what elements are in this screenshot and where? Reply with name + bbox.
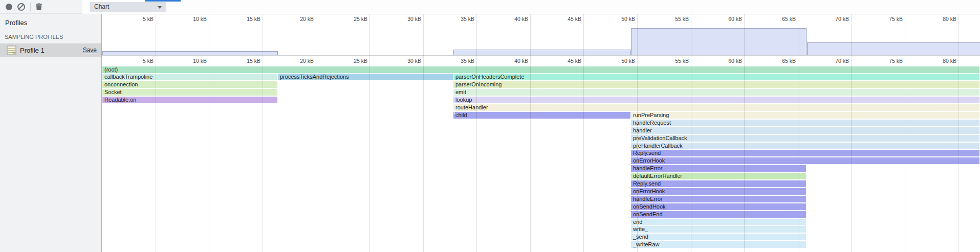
axis-tick-label: 80 kB — [943, 16, 956, 22]
axis-tick-label: 10 kB — [193, 58, 207, 64]
axis-tick-label: 5 kB — [143, 16, 154, 22]
overview-step — [102, 51, 278, 55]
flame-bar[interactable]: onErrorHook — [631, 188, 806, 195]
axis-tick-label: 55 kB — [675, 16, 689, 22]
axis-tick-label: 30 kB — [407, 16, 421, 22]
flame-bar[interactable]: defaultErrorHandler — [631, 173, 806, 179]
toolbar-divider — [30, 3, 31, 11]
flame-bar[interactable]: onErrorHook — [631, 157, 979, 164]
axis-tick-label: 70 kB — [835, 16, 849, 22]
flame-bar[interactable]: parserOnHeadersComplete — [453, 74, 979, 80]
profile-item[interactable]: % Profile 1 Save — [0, 43, 101, 57]
axis-tick-label: 5 kB — [143, 58, 154, 64]
flame-bar[interactable]: Reply.send — [631, 150, 979, 156]
profile-icon: % — [7, 45, 16, 55]
axis-tick-label: 70 kB — [835, 58, 849, 64]
chevron-down-icon — [158, 6, 162, 9]
axis-tick-label: 50 kB — [621, 58, 635, 64]
axis-tick-label: 35 kB — [461, 16, 474, 22]
axis-tick-label: 25 kB — [354, 58, 367, 64]
flame-bar[interactable]: Reply.send — [631, 180, 806, 187]
flame-bar[interactable]: (root) — [102, 66, 979, 73]
view-mode-select[interactable]: Chart — [90, 2, 166, 12]
flame-bar[interactable]: onconnection — [102, 81, 277, 88]
selected-tab-indicator — [145, 0, 181, 2]
flame-bar[interactable]: handleRequest — [631, 120, 979, 126]
clear-profiles-button[interactable] — [17, 3, 25, 11]
flame-bar[interactable]: handler — [631, 127, 979, 134]
axis-tick-label: 65 kB — [782, 16, 796, 22]
record-button[interactable] — [6, 4, 12, 10]
axis-tick-label: 60 kB — [728, 16, 742, 22]
axis-tick-label: 55 kB — [675, 58, 689, 64]
axis-tick-label: 15 kB — [247, 16, 260, 22]
axis-tick-label: 35 kB — [461, 58, 474, 64]
profiles-sidebar: Profiles SAMPLING PROFILES % Profile 1 S… — [0, 14, 101, 252]
axis-tick-label: 45 kB — [568, 16, 581, 22]
axis-tick-label: 75 kB — [889, 58, 903, 64]
axis-tick-label: 30 kB — [407, 58, 421, 64]
flame-bar[interactable]: emit — [453, 89, 979, 96]
axis-tick-label: 60 kB — [728, 58, 742, 64]
overview-step — [631, 28, 807, 55]
flame-bar[interactable]: onSendHook — [631, 203, 806, 210]
flame-bar[interactable]: preHandlerCallback — [631, 143, 979, 149]
flame-bar[interactable]: callbackTrampoline — [102, 74, 277, 80]
axis-tick-label: 25 kB — [354, 16, 367, 22]
save-link[interactable]: Save — [83, 47, 97, 54]
chart-pane: 5 kB10 kB15 kB20 kB25 kB30 kB35 kB40 kB4… — [101, 14, 980, 252]
flame-bar[interactable]: handleError — [631, 196, 806, 202]
flame-bar[interactable]: preValidationCallback — [631, 135, 979, 142]
view-mode-value: Chart — [94, 3, 109, 10]
flame-bar[interactable]: parserOnIncoming — [453, 81, 979, 88]
flame-chart: (root)callbackTrampolineprocessTicksAndR… — [102, 65, 980, 252]
overview-track[interactable] — [102, 24, 980, 55]
flame-bar[interactable]: onSendEnd — [631, 211, 806, 218]
overview-step — [453, 50, 631, 55]
profile-name: Profile 1 — [20, 47, 45, 54]
axis-tick-label: 20 kB — [300, 16, 314, 22]
overview-step — [807, 42, 980, 55]
chart-toolbar: Chart — [83, 0, 980, 14]
overview-ruler: 5 kB10 kB15 kB20 kB25 kB30 kB35 kB40 kB4… — [102, 14, 980, 24]
flame-bar[interactable]: processTicksAndRejections — [278, 74, 453, 80]
axis-tick-label: 40 kB — [514, 16, 528, 22]
flamechart-ruler: 5 kB10 kB15 kB20 kB25 kB30 kB35 kB40 kB4… — [102, 55, 980, 65]
flame-bar[interactable]: lookup — [453, 97, 979, 103]
profiles-title: Profiles — [5, 19, 101, 27]
flame-bar[interactable]: Socket — [102, 89, 277, 96]
axis-tick-label: 80 kB — [943, 58, 956, 64]
axis-tick-label: 65 kB — [782, 58, 796, 64]
flame-bar[interactable]: routeHandler — [453, 104, 979, 111]
flame-bar[interactable]: child — [453, 112, 630, 119]
axis-tick-label: 20 kB — [300, 58, 314, 64]
axis-tick-label: 75 kB — [889, 16, 903, 22]
axis-tick-label: 45 kB — [568, 58, 581, 64]
profiles-toolbar — [0, 0, 82, 14]
toolbar: Chart — [0, 0, 980, 14]
axis-tick-label: 50 kB — [621, 16, 635, 22]
flame-bar[interactable]: _send — [631, 234, 806, 240]
flame-bar[interactable]: Readable.on — [102, 97, 277, 103]
memory-profiler-panel: Chart Profiles SAMPLING PROFILES % Profi… — [0, 0, 980, 252]
axis-tick-label: 15 kB — [247, 58, 260, 64]
flame-bar[interactable]: write_ — [631, 226, 806, 233]
flame-bar[interactable]: handleError — [631, 165, 806, 172]
trash-icon[interactable] — [35, 3, 42, 11]
flame-bar[interactable]: end — [631, 219, 806, 225]
axis-tick-label: 10 kB — [193, 16, 207, 22]
flame-bar[interactable]: _writeRaw — [631, 241, 806, 248]
axis-tick-label: 40 kB — [514, 58, 528, 64]
flame-bar[interactable]: runPreParsing — [631, 112, 979, 119]
svg-text:%: % — [12, 51, 15, 55]
sampling-profiles-heading: SAMPLING PROFILES — [5, 34, 101, 40]
